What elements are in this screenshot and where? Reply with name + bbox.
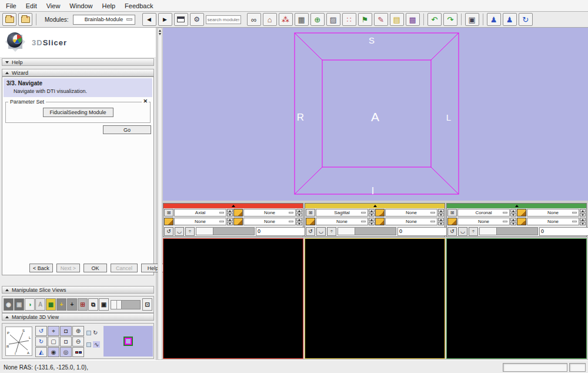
- look-from-button[interactable]: ▢: [48, 337, 59, 347]
- orientation-spinner[interactable]: [510, 209, 516, 217]
- editor-button[interactable]: ⚑: [358, 13, 372, 26]
- link-slices-button[interactable]: ↺: [447, 227, 457, 236]
- link-slices-button[interactable]: ↺: [306, 227, 315, 236]
- models-button[interactable]: ⊕: [310, 13, 325, 26]
- slider-handle[interactable]: [480, 228, 497, 235]
- fiducial-tree-button[interactable]: ⁂: [279, 13, 293, 26]
- ok-button[interactable]: OK: [83, 264, 107, 272]
- help-section-header[interactable]: Help: [2, 58, 154, 66]
- orientation-spinner[interactable]: [227, 209, 233, 217]
- slice-opacity-slider[interactable]: [111, 300, 141, 309]
- coronal-slice-viewport[interactable]: [446, 238, 587, 359]
- opacity-slider[interactable]: [196, 227, 255, 235]
- load-scene-button[interactable]: ↑: [2, 13, 16, 26]
- menu-file[interactable]: File: [2, 1, 22, 11]
- label-spinner[interactable]: [369, 218, 375, 225]
- slider-handle[interactable]: [196, 228, 213, 235]
- select-camera-button[interactable]: ◘: [60, 326, 72, 336]
- slider-handle[interactable]: [338, 228, 355, 235]
- menu-view[interactable]: View: [43, 1, 66, 11]
- fit-slice-button[interactable]: ÷: [469, 227, 478, 236]
- toggle-display-button[interactable]: ◉: [4, 298, 14, 311]
- opacity-slider[interactable]: [479, 227, 538, 235]
- label-outline-button[interactable]: ▣: [99, 298, 109, 311]
- scroll-down-icon[interactable]: [159, 33, 161, 35]
- volumes-button[interactable]: ▦: [295, 13, 309, 26]
- navigate-person-button-1[interactable]: ♟: [487, 13, 501, 26]
- rotate-to-volume-button[interactable]: ◡: [316, 227, 326, 236]
- fit-slice-button[interactable]: ÷: [327, 227, 336, 236]
- crosshair-thick-button[interactable]: +: [67, 298, 77, 311]
- slice-model-button[interactable]: ◑: [25, 298, 35, 311]
- back-button[interactable]: < Back: [29, 264, 53, 272]
- orientation-select[interactable]: Sagittal: [316, 209, 368, 217]
- navigation-grid-button[interactable]: ⊞: [78, 298, 88, 311]
- save-scene-button[interactable]: ↓: [18, 13, 32, 26]
- axis-orientation-widget[interactable]: P S L R A I: [5, 327, 32, 356]
- slice-header-axial[interactable]: [163, 204, 303, 208]
- camera-snapshot-button[interactable]: ◘: [60, 337, 72, 347]
- background-spinner[interactable]: [296, 218, 302, 225]
- module-search-input[interactable]: [206, 15, 241, 24]
- spin-checkbox[interactable]: [86, 331, 91, 335]
- slice-visibility-button[interactable]: ⊞: [164, 209, 173, 217]
- colors-button[interactable]: ▩: [406, 13, 420, 26]
- 3d-viewport[interactable]: S R A L I: [163, 28, 588, 201]
- compositing-button[interactable]: ▣: [14, 298, 24, 311]
- foreground-select[interactable]: None: [385, 209, 437, 217]
- label-spinner[interactable]: [510, 218, 516, 225]
- slice-visibility-button[interactable]: ⊞: [306, 209, 315, 217]
- screen-capture-button[interactable]: ▣: [465, 13, 479, 26]
- wizard-section-header[interactable]: Wizard: [2, 69, 154, 76]
- foreground-select[interactable]: None: [527, 209, 579, 217]
- foreground-layer-button[interactable]: [233, 209, 243, 217]
- slider-handle[interactable]: [111, 301, 122, 309]
- foreground-layer-button[interactable]: [517, 209, 526, 217]
- module-forward-button[interactable]: ▶: [158, 13, 172, 26]
- fiducialseeding-module-button[interactable]: FiducialSeeding Module: [43, 108, 113, 117]
- rotate-to-volume-button[interactable]: ◡: [175, 227, 184, 236]
- module-selector[interactable]: Brainlab-Module: [73, 15, 135, 25]
- label-layer-button[interactable]: ▦: [46, 298, 56, 311]
- zoom-in-button[interactable]: ⊕: [72, 326, 84, 336]
- close-icon[interactable]: ✕: [142, 98, 149, 104]
- transforms-button[interactable]: ▨: [326, 13, 340, 26]
- foreground-spinner[interactable]: [438, 209, 444, 217]
- layout-button[interactable]: [174, 13, 188, 26]
- foreground-spinner[interactable]: [296, 209, 302, 217]
- find-modules-button[interactable]: ∞: [247, 13, 261, 26]
- label-select[interactable]: None: [174, 218, 226, 225]
- slice-header-sagittal[interactable]: [305, 204, 445, 208]
- panel-scrollbar[interactable]: [158, 28, 162, 360]
- orientation-spinner[interactable]: [369, 209, 375, 217]
- rotate-around-button[interactable]: ↻: [35, 337, 47, 347]
- visibility-button[interactable]: ◉: [48, 347, 59, 357]
- foreground-spinner[interactable]: [580, 209, 586, 217]
- background-select[interactable]: None: [385, 218, 437, 225]
- home-button[interactable]: ⌂: [263, 13, 277, 26]
- rotate-to-volume-button[interactable]: ◡: [458, 227, 467, 236]
- menu-window[interactable]: Window: [66, 1, 98, 11]
- module-back-button[interactable]: ◀: [142, 13, 156, 26]
- label-layer-button[interactable]: [164, 218, 173, 225]
- view3d-section-header[interactable]: Manipulate 3D View: [2, 313, 154, 321]
- foreground-select[interactable]: None: [243, 209, 296, 217]
- measurements-button[interactable]: ✎: [374, 13, 388, 26]
- fit-slice-button[interactable]: ÷: [185, 227, 195, 236]
- fiducials-button[interactable]: ∷: [342, 13, 356, 26]
- background-layer-button[interactable]: [233, 218, 243, 225]
- background-spinner[interactable]: [580, 218, 586, 225]
- ruler-button[interactable]: ▤: [390, 13, 404, 26]
- rotate-up-button[interactable]: ↺: [35, 326, 47, 336]
- navigation-preview[interactable]: [103, 326, 153, 357]
- opacity-slider[interactable]: [338, 227, 396, 235]
- label-layer-button[interactable]: [306, 218, 315, 225]
- refresh-button[interactable]: ↻: [519, 13, 533, 26]
- stereo-button[interactable]: [72, 347, 84, 357]
- navigate-person-button-2[interactable]: ♟: [503, 13, 517, 26]
- background-select[interactable]: None: [527, 218, 579, 225]
- foreground-layer-button[interactable]: [375, 209, 385, 217]
- fit-to-window-button[interactable]: ⧉: [88, 298, 98, 311]
- slice-offset-input[interactable]: [539, 227, 588, 236]
- background-select[interactable]: None: [243, 218, 296, 225]
